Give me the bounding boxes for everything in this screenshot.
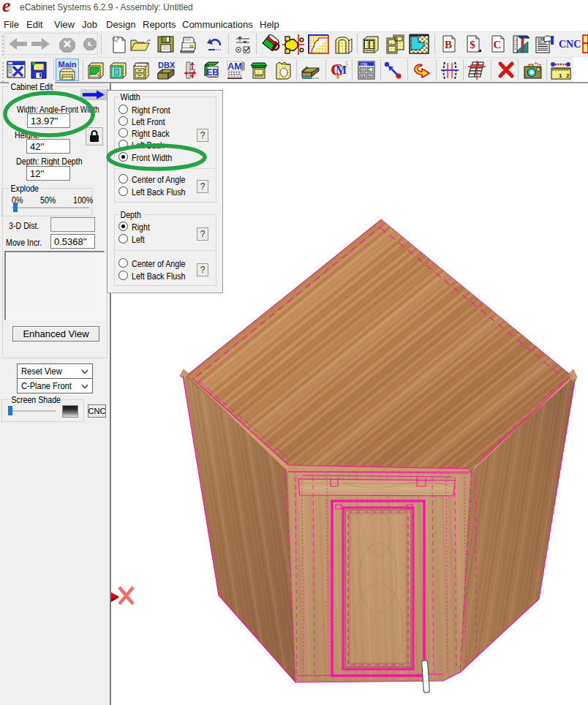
svg-text:DX: DX bbox=[361, 68, 365, 72]
svg-text:EB: EB bbox=[206, 67, 219, 78]
svg-text:Main: Main bbox=[58, 60, 76, 69]
svg-text:XD: XD bbox=[361, 74, 365, 78]
svg-text:CON: CON bbox=[361, 63, 367, 67]
svg-text:DZ: DZ bbox=[368, 74, 372, 78]
svg-text:B: B bbox=[445, 39, 452, 50]
svg-text:M: M bbox=[336, 64, 347, 76]
svg-text:D: D bbox=[368, 68, 370, 72]
svg-text:DBX: DBX bbox=[158, 61, 176, 69]
svg-text:$: $ bbox=[470, 39, 475, 50]
svg-text:C: C bbox=[494, 39, 502, 50]
svg-text:2: 2 bbox=[566, 72, 570, 79]
svg-text:AM: AM bbox=[227, 61, 242, 72]
svg-text:1: 1 bbox=[559, 72, 562, 79]
